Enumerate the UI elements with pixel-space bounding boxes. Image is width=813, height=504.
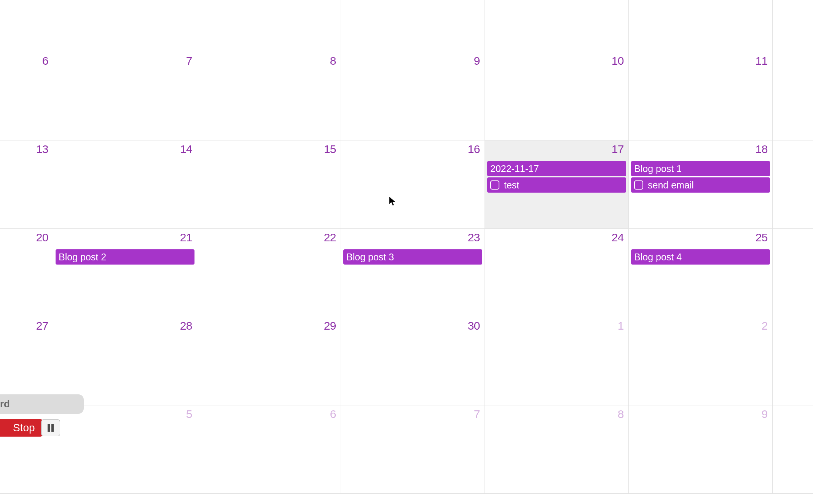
day-number: 7	[186, 54, 192, 67]
events-container: 2022-11-17test	[485, 161, 628, 193]
recorder-controls: Stop	[0, 419, 84, 437]
calendar-event[interactable]: Blog post 4	[631, 249, 770, 265]
event-label: send email	[648, 180, 694, 191]
day-number: 15	[324, 143, 336, 156]
calendar-event[interactable]: Blog post 3	[343, 249, 482, 265]
stop-button[interactable]: Stop	[0, 419, 43, 437]
day-number: 10	[612, 54, 624, 67]
calendar-day-cell[interactable]	[773, 317, 813, 405]
events-container: Blog post 4	[629, 249, 772, 265]
calendar-day-cell[interactable]: 8	[485, 405, 629, 494]
day-number: 9	[762, 408, 768, 421]
calendar-day-cell[interactable]: 27	[0, 317, 53, 405]
calendar-day-cell[interactable]	[629, 0, 773, 52]
event-label: Blog post 2	[59, 252, 106, 263]
calendar-day-cell[interactable]: 6	[197, 405, 341, 494]
day-number: 25	[756, 231, 768, 244]
calendar-day-cell[interactable]: 10	[485, 52, 629, 140]
day-number: 6	[42, 54, 48, 67]
event-label: Blog post 1	[634, 163, 682, 174]
checkbox-icon[interactable]	[634, 180, 643, 190]
screen-recorder-widget: rd Stop	[0, 394, 84, 437]
event-label: 2022-11-17	[490, 163, 539, 174]
calendar-day-cell[interactable]: 25Blog post 4	[629, 229, 773, 317]
day-number: 2	[762, 319, 768, 332]
calendar-day-cell[interactable]	[197, 0, 341, 52]
calendar-day-cell[interactable]: 172022-11-17test	[485, 140, 629, 229]
calendar-month-view: 6789101113141516172022-11-17test18Blog p…	[0, 0, 813, 494]
calendar-day-cell[interactable]: 21Blog post 2	[53, 229, 197, 317]
day-number: 9	[474, 54, 480, 67]
calendar-event[interactable]: Blog post 1	[631, 161, 770, 176]
day-number: 17	[612, 143, 624, 156]
calendar-event[interactable]: send email	[631, 177, 770, 193]
pause-button[interactable]	[41, 419, 60, 436]
calendar-day-cell[interactable]	[53, 0, 197, 52]
calendar-day-cell[interactable]: 6	[0, 52, 53, 140]
calendar-day-cell[interactable]: 7	[53, 52, 197, 140]
event-label: Blog post 3	[346, 252, 394, 263]
event-label: test	[504, 180, 519, 191]
checkbox-icon[interactable]	[490, 180, 499, 190]
day-number: 16	[468, 143, 480, 156]
calendar-day-cell[interactable]	[773, 229, 813, 317]
calendar-day-cell[interactable]: 28	[53, 317, 197, 405]
calendar-day-cell[interactable]	[485, 0, 629, 52]
day-number: 14	[180, 143, 192, 156]
calendar-day-cell[interactable]	[773, 140, 813, 229]
day-number: 29	[324, 319, 336, 332]
day-number: 7	[474, 408, 480, 421]
calendar-day-cell[interactable]	[773, 405, 813, 494]
calendar-day-cell[interactable]: 23Blog post 3	[341, 229, 485, 317]
calendar-day-cell[interactable]: 13	[0, 140, 53, 229]
calendar-day-cell[interactable]: 24	[485, 229, 629, 317]
day-number: 18	[756, 143, 768, 156]
calendar-day-cell[interactable]: 22	[197, 229, 341, 317]
day-number: 23	[468, 231, 480, 244]
calendar-event[interactable]: 2022-11-17	[487, 161, 626, 176]
calendar-day-cell[interactable]	[0, 0, 53, 52]
calendar-day-cell[interactable]: 20	[0, 229, 53, 317]
calendar-event[interactable]: test	[487, 177, 626, 193]
calendar-day-cell[interactable]: 16	[341, 140, 485, 229]
calendar-day-cell[interactable]: 8	[197, 52, 341, 140]
calendar-day-cell[interactable]: 14	[53, 140, 197, 229]
day-number: 27	[36, 319, 48, 332]
calendar-day-cell[interactable]: 9	[341, 52, 485, 140]
day-number: 24	[612, 231, 624, 244]
calendar-day-cell[interactable]	[341, 0, 485, 52]
events-container: Blog post 3	[341, 249, 485, 265]
calendar-day-cell[interactable]	[773, 52, 813, 140]
calendar-day-cell[interactable]: 29	[197, 317, 341, 405]
calendar-day-cell[interactable]: 2	[629, 317, 773, 405]
day-number: 13	[36, 143, 48, 156]
day-number: 5	[186, 408, 192, 421]
calendar-day-cell[interactable]: 15	[197, 140, 341, 229]
day-number: 30	[468, 319, 480, 332]
day-number: 22	[324, 231, 336, 244]
pause-icon	[48, 424, 54, 432]
calendar-day-cell[interactable]: 7	[341, 405, 485, 494]
event-label: Blog post 4	[634, 252, 682, 263]
calendar-day-cell[interactable]: 9	[629, 405, 773, 494]
events-container: Blog post 2	[53, 249, 197, 265]
calendar-day-cell[interactable]: 30	[341, 317, 485, 405]
recorder-tag: rd	[0, 394, 84, 414]
day-number: 28	[180, 319, 192, 332]
calendar-day-cell[interactable]: 11	[629, 52, 773, 140]
events-container: Blog post 1send email	[629, 161, 772, 193]
day-number: 8	[618, 408, 624, 421]
day-number: 1	[618, 319, 624, 332]
calendar-event[interactable]: Blog post 2	[56, 249, 194, 265]
day-number: 6	[330, 408, 336, 421]
day-number: 21	[180, 231, 192, 244]
day-number: 20	[36, 231, 48, 244]
day-number: 11	[756, 54, 768, 67]
calendar-day-cell[interactable]	[773, 0, 813, 52]
day-number: 8	[330, 54, 336, 67]
calendar-day-cell[interactable]: 1	[485, 317, 629, 405]
calendar-day-cell[interactable]: 18Blog post 1send email	[629, 140, 773, 229]
